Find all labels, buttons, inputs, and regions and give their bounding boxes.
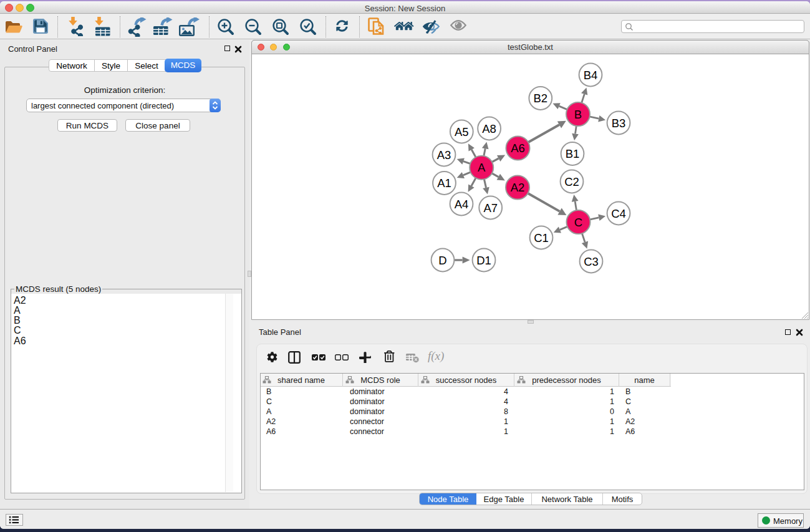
svg-text:C2: C2 (564, 175, 579, 188)
svg-text:C4: C4 (611, 207, 626, 220)
svg-text:B3: B3 (612, 117, 626, 130)
svg-text:D: D (438, 254, 446, 267)
svg-text:C3: C3 (584, 255, 599, 268)
svg-text:C1: C1 (534, 231, 549, 244)
svg-text:A6: A6 (511, 142, 525, 155)
svg-text:C: C (574, 216, 582, 229)
svg-text:A: A (478, 161, 486, 174)
svg-text:B4: B4 (584, 69, 598, 82)
svg-text:A5: A5 (455, 125, 469, 138)
svg-text:A7: A7 (483, 201, 498, 215)
svg-text:A8: A8 (482, 122, 496, 135)
svg-text:D1: D1 (476, 254, 491, 267)
svg-text:B: B (574, 108, 582, 121)
svg-text:A4: A4 (455, 198, 469, 211)
svg-text:A1: A1 (437, 177, 451, 190)
svg-text:A2: A2 (511, 181, 525, 194)
svg-text:B2: B2 (533, 92, 547, 105)
svg-text:B1: B1 (566, 147, 580, 160)
svg-text:A3: A3 (437, 148, 451, 162)
